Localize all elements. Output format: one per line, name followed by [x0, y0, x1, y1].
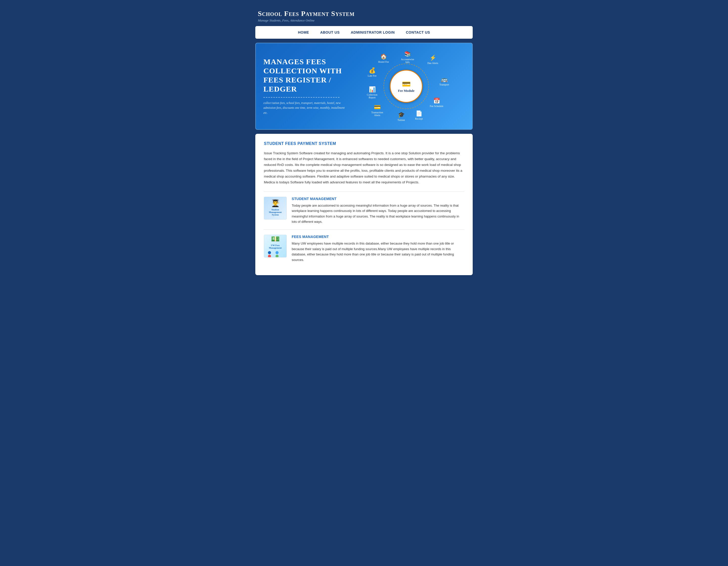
- duealerts-icon: ⚡: [429, 55, 436, 61]
- fees-management-image: 💵 UW FeesManagement: [264, 235, 287, 257]
- fee-module-label: Fee Module: [398, 89, 414, 93]
- fee-item-transaction: 💳 Transaction Alerts: [368, 104, 386, 117]
- fee-diagram: 📚 Accountwise Info ⚡ Due Alerts 🚌 Transp…: [363, 51, 449, 122]
- hostelfee-icon: 🏠: [380, 53, 387, 60]
- tuition-icon: 🎓: [398, 111, 405, 118]
- collection-label: Collection Report: [363, 93, 381, 99]
- fee-item-duealerts: ⚡ Due Alerts: [424, 55, 442, 64]
- tuition-label: Tuition: [398, 119, 405, 121]
- student-management-image: 👨‍🎓 StudentManagementSystem: [264, 197, 287, 219]
- feature-row-fees: 💵 UW FeesManagement FEES MANAGEMENT Many…: [264, 229, 464, 267]
- fee-module-icon: 💳: [402, 80, 411, 88]
- content-section: STUDENT FEES PAYMENT SYSTEM Issue Tracki…: [255, 134, 473, 275]
- fee-item-feeschedule: 📅 Fee Schedule: [428, 98, 445, 107]
- feeschedule-label: Fee Schedule: [430, 105, 443, 107]
- fees-management-desc: Many UW employees have multiple records …: [292, 241, 464, 262]
- nav-about[interactable]: ABOUT US: [315, 30, 345, 34]
- fee-item-receipt: 📄 Reciept: [410, 110, 428, 120]
- nav-admin[interactable]: ADMINISTRATOR LOGIN: [345, 30, 400, 34]
- hero-right: 📚 Accountwise Info ⚡ Due Alerts 🚌 Transp…: [348, 51, 465, 122]
- accountwise-icon: 📚: [404, 51, 411, 57]
- feature-row-student: 👨‍🎓 StudentManagementSystem STUDENT MANA…: [264, 191, 464, 230]
- fee-item-tuition: 🎓 Tuition: [392, 111, 410, 121]
- collection-icon: 📊: [369, 86, 376, 93]
- site-subtitle: Manage Students, Fees, Attendance Online: [258, 18, 470, 22]
- transaction-label: Transaction Alerts: [368, 111, 386, 117]
- duealerts-label: Due Alerts: [427, 62, 438, 64]
- latefee-label: Late Fee: [368, 74, 377, 77]
- nav-home[interactable]: HOME: [292, 30, 315, 34]
- accountwise-label: Accountwise Info: [399, 58, 416, 63]
- fee-module-circle: 💳 Fee Module: [390, 70, 423, 103]
- site-header: School Fees Payment System Manage Studen…: [255, 5, 473, 26]
- nav-contact[interactable]: CONTACT US: [400, 30, 436, 34]
- hostelfee-label: Hostel Fee: [378, 60, 389, 63]
- fee-item-latefee: 💰 Late Fee: [363, 67, 381, 77]
- transport-icon: 🚌: [441, 76, 448, 83]
- student-management-title: STUDENT MANAGEMENT: [292, 197, 464, 201]
- fee-item-accountwise: 📚 Accountwise Info: [399, 51, 416, 63]
- hero-banner: MANAGES FEES COLLECTION WITH FEES REGIST…: [255, 43, 473, 130]
- section-title: STUDENT FEES PAYMENT SYSTEM: [264, 141, 464, 146]
- hero-divider: [263, 97, 339, 98]
- student-management-desc: Today people are accustomed to accessing…: [292, 203, 464, 224]
- transaction-icon: 💳: [374, 104, 381, 110]
- receipt-label: Reciept: [415, 117, 423, 120]
- hero-desc: collect tution fees, school fees, transp…: [263, 101, 348, 115]
- site-title: School Fees Payment System: [258, 10, 470, 18]
- transport-label: Transport: [439, 83, 449, 86]
- nav-bar: HOME ABOUT US ADMINISTRATOR LOGIN CONTAC…: [255, 26, 473, 39]
- fees-management-title: FEES MANAGEMENT: [292, 235, 464, 239]
- hero-title: MANAGES FEES COLLECTION WITH FEES REGIST…: [263, 57, 348, 94]
- section-body: Issue Tracking System Software created f…: [264, 150, 464, 185]
- hero-left: MANAGES FEES COLLECTION WITH FEES REGIST…: [263, 57, 348, 115]
- latefee-icon: 💰: [369, 67, 376, 74]
- feeschedule-icon: 📅: [433, 98, 440, 104]
- fee-item-hostelfee: 🏠 Hostel Fee: [375, 53, 392, 63]
- fee-item-transport: 🚌 Transport: [435, 76, 453, 86]
- student-management-content: STUDENT MANAGEMENT Today people are accu…: [292, 197, 464, 224]
- fees-management-content: FEES MANAGEMENT Many UW employees have m…: [292, 235, 464, 262]
- receipt-icon: 📄: [416, 110, 422, 117]
- fee-item-collection: 📊 Collection Report: [363, 86, 381, 99]
